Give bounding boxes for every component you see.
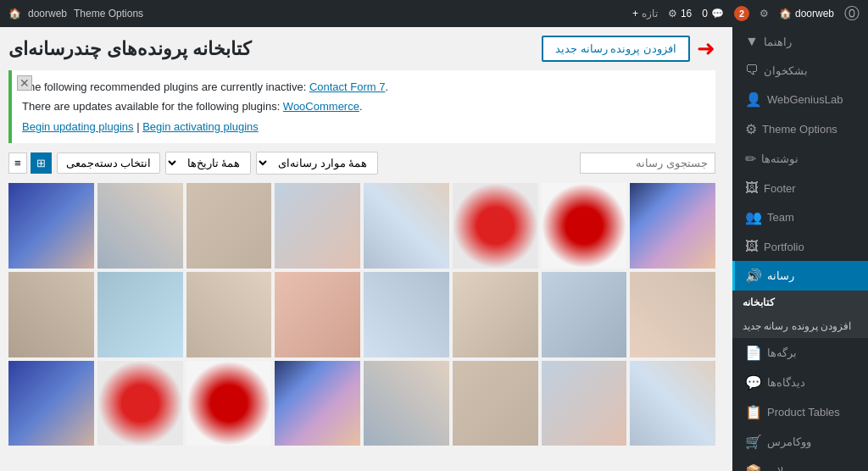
media-item[interactable] [542,361,627,446]
media-item[interactable] [453,183,538,269]
footer-icon: 🖼 [745,180,759,196]
media-item[interactable] [542,272,627,357]
main-content: ➜ افزودن پرونده رسانه جدید کتابخانه پرون… [0,27,732,471]
sidebar-item-theme-options[interactable]: Theme Options ⚙ [732,114,868,144]
sidebar-item-boshkhan[interactable]: بشکخوان 🗨 [732,56,868,85]
bulk-select-button[interactable]: انتخاب دسته‌جمعی [57,152,161,174]
filter-left [580,152,715,174]
posts-icon: ✏ [745,151,756,167]
notif-line1: The following recommended plugins are cu… [22,77,705,97]
comments-link[interactable]: 💬 0 [702,8,724,19]
comments-sidebar-icon: 💬 [745,374,762,391]
media-item[interactable] [453,361,538,446]
media-item[interactable] [186,272,272,357]
boshkhan-icon: 🗨 [745,63,759,78]
notification-badge[interactable]: 2 [734,6,749,21]
site-name[interactable]: doorweb 🏠 [779,8,834,19]
media-icon: 🔊 [745,268,762,284]
submenu-library[interactable]: کتابخانه [732,291,868,314]
pages-icon: 📄 [745,345,762,361]
media-item[interactable] [364,183,449,269]
admin-bar-right: ⓪ doorweb 🏠 ⚙ 2 💬 0 16 ⚙ تازه + [632,3,860,24]
theme-options-icon: ⚙ [745,121,757,137]
sidebar-item-webgeniuslab[interactable]: WebGeniusLab 👤 [732,85,868,114]
media-item[interactable] [275,272,360,357]
rahnama-icon: ▼ [745,34,759,49]
products-icon: 📦 [745,463,762,471]
begin-activating-link[interactable]: Begin activating plugins [142,120,259,133]
sidebar-item-comments[interactable]: دیدگاه‌ها 💬 [732,368,868,397]
filter-bar: همهٔ موارد رسانه‌ای همهٔ تاریخ‌ها انتخاب… [8,152,715,175]
media-item[interactable] [186,361,272,446]
begin-updating-link[interactable]: Begin updating plugins [22,120,134,133]
search-input[interactable] [580,152,715,174]
list-view-button[interactable]: ≡ [8,152,27,174]
sidebar-item-woocommerce[interactable]: ووکامرس 🛒 [732,427,868,457]
media-item[interactable] [364,272,449,357]
media-item[interactable] [97,183,183,269]
sidebar-item-pages[interactable]: برگه‌ها 📄 [732,338,868,368]
notif-line2: There are updates available for the foll… [22,97,705,116]
sidebar-item-footer[interactable]: Footer 🖼 [732,174,868,202]
sidebar-item-products[interactable]: محصولات 📦 [732,457,868,471]
woocommerce-icon: 🛒 [745,434,762,450]
page-header: ➜ افزودن پرونده رسانه جدید کتابخانه پرون… [8,36,715,62]
media-item[interactable] [8,183,94,269]
admin-bar-left: Theme Options doorweb 🏠 [8,8,143,19]
notif-actions: Begin updating plugins | Begin activatin… [22,117,705,136]
sidebar-item-product-tables[interactable]: Product Tables 📋 [732,397,868,427]
media-item[interactable] [453,272,538,357]
customize-link[interactable]: ⚙ [760,8,769,19]
media-item[interactable] [364,361,449,446]
red-arrow-icon: ➜ [697,36,715,62]
woocommerce-link[interactable]: WooCommerce [283,100,359,113]
theme-options-link[interactable]: Theme Options [74,8,143,19]
media-item[interactable] [8,361,94,446]
sidebar-item-media[interactable]: رسانه 🔊 [732,261,868,291]
sidebar: راهنما ▼ بشکخوان 🗨 WebGeniusLab 👤 Theme … [732,27,868,471]
wp-logo[interactable]: ⓪ [844,3,860,24]
add-new-button[interactable]: افزودن پرونده رسانه جدید [542,36,690,62]
sidebar-item-team[interactable]: Team 👥 [732,202,868,232]
sidebar-rahnama[interactable]: راهنما ▼ [732,27,868,56]
media-item[interactable] [97,272,183,357]
admin-bar: ⓪ doorweb 🏠 ⚙ 2 💬 0 16 ⚙ تازه + Theme Op… [0,0,868,27]
media-item[interactable] [8,272,94,357]
media-item[interactable] [630,361,715,446]
media-item[interactable] [542,183,627,269]
notification-bar: ✕ The following recommended plugins are … [8,70,715,143]
date-select[interactable]: همهٔ تاریخ‌ها [165,152,251,175]
wp-icon[interactable]: 🏠 [8,8,21,19]
sidebar-submenu-media: کتابخانه افزودن پرونده رسانه جدید [732,291,868,338]
media-item[interactable] [275,361,360,446]
page-title: کتابخانه پرونده‌های چندرسانه‌ای [8,38,251,60]
product-tables-icon: 📋 [745,404,762,420]
webgeniuslab-icon: 👤 [745,91,762,108]
view-toggle: ⊞ ≡ [8,152,52,174]
layout: راهنما ▼ بشکخوان 🗨 WebGeniusLab 👤 Theme … [0,0,868,471]
media-item[interactable] [630,183,715,269]
sidebar-item-portfolio[interactable]: Portfolio 🖼 [732,232,868,261]
submenu-add-new[interactable]: افزودن پرونده رسانه جدید [732,314,868,338]
new-item[interactable]: تازه + [632,8,658,19]
grid-view-button[interactable]: ⊞ [31,152,52,174]
contact-form-link[interactable]: Contact Form 7 [309,80,386,93]
media-item[interactable] [275,183,360,269]
portfolio-icon: 🖼 [745,239,759,254]
team-icon: 👥 [745,209,762,225]
sidebar-item-posts[interactable]: نوشته‌ها ✏ [732,144,868,174]
media-grid [8,183,715,446]
media-type-select[interactable]: همهٔ موارد رسانه‌ای [256,152,378,175]
user-menu[interactable]: doorweb [28,8,67,19]
media-item[interactable] [630,272,715,357]
media-item[interactable] [97,361,183,446]
filter-right: همهٔ موارد رسانه‌ای همهٔ تاریخ‌ها انتخاب… [8,152,378,175]
media-item[interactable] [186,183,272,269]
close-notification-button[interactable]: ✕ [17,75,32,91]
updates-link[interactable]: 16 ⚙ [668,8,692,19]
